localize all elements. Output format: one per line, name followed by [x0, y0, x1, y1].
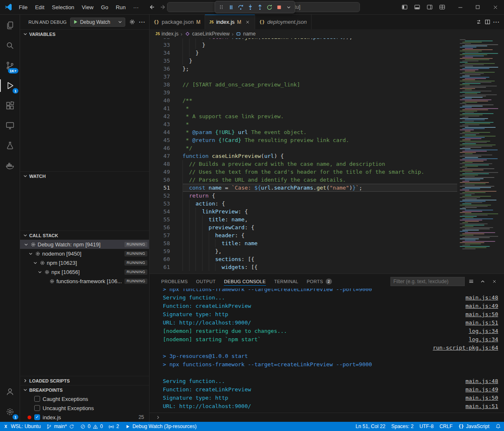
section-breakpoints[interactable]: BREAKPOINTS — [20, 385, 149, 394]
line-number[interactable]: 51 — [149, 184, 182, 192]
restart-button[interactable] — [265, 2, 274, 12]
code-line-33[interactable]: 33} — [149, 41, 457, 49]
code-line-40[interactable]: 40/** — [149, 96, 457, 104]
cursor-position[interactable]: Ln 51, Col 22 — [353, 422, 388, 431]
debug-console-input[interactable] — [149, 413, 504, 422]
breakpoint-checkbox[interactable] — [34, 405, 40, 411]
code-text[interactable]: * — [182, 104, 457, 112]
session-picker-button[interactable] — [284, 2, 293, 12]
step-over-button[interactable] — [236, 2, 245, 12]
line-number[interactable]: 58 — [149, 239, 182, 247]
language-mode[interactable]: {}JavaScript — [456, 422, 492, 431]
panel-tab-problems[interactable]: PROBLEMS — [157, 274, 192, 289]
call-stack-session[interactable]: npm [10623]RUNNING — [20, 258, 149, 267]
more-actions-icon[interactable]: ··· — [493, 19, 500, 25]
go-back-icon[interactable] — [148, 4, 155, 10]
line-number[interactable]: 56 — [149, 223, 182, 231]
code-line-41[interactable]: 41 * — [149, 104, 457, 112]
code-line-43[interactable]: 43 * — [149, 120, 457, 128]
encoding[interactable]: UTF-8 — [416, 422, 436, 431]
code-text[interactable]: }; — [182, 65, 457, 73]
line-number[interactable]: 34 — [149, 49, 182, 57]
code-line-48[interactable]: 48// Builds a preview card with the case… — [149, 160, 457, 168]
breakpoint-item[interactable]: Uncaught Exceptions — [20, 403, 149, 413]
code-line-37[interactable]: 37 — [149, 73, 457, 81]
remote-indicator[interactable]: WSL: Ubuntu — [0, 422, 43, 431]
console-source-link[interactable]: run-script-pkg.js:64 — [433, 344, 498, 352]
activity-docker-icon[interactable] — [0, 156, 20, 176]
line-number[interactable]: 39 — [149, 89, 182, 96]
console-filter-input[interactable] — [391, 279, 464, 284]
activity-explorer-icon[interactable] — [0, 15, 20, 35]
console-source-link[interactable]: main.js:49 — [466, 385, 498, 394]
menu-view[interactable]: View — [78, 0, 97, 14]
debug-console-output[interactable]: > npx functions-framework --target=creat… — [149, 289, 504, 413]
code-text[interactable]: title: name, — [182, 216, 457, 223]
code-text[interactable]: linkPreview: { — [182, 208, 457, 216]
breadcrumb-item[interactable]: name — [236, 31, 256, 37]
code-text[interactable]: // Parses the URL and identify the case … — [182, 176, 457, 184]
code-text[interactable]: function caseLinkPreview(url) { — [182, 152, 457, 160]
code-line-36[interactable]: 36}; — [149, 65, 457, 73]
breakpoint-item[interactable]: ✓index.js25 — [20, 413, 149, 422]
line-number[interactable]: 36 — [149, 65, 182, 73]
console-source-link[interactable]: main.js:48 — [466, 377, 498, 385]
code-line-61[interactable]: 61widgets: [{ — [149, 263, 457, 271]
code-line-59[interactable]: 59}, — [149, 247, 457, 255]
code-line-58[interactable]: 58title: name — [149, 239, 457, 247]
code-line-50[interactable]: 50// Parses the URL and identify the cas… — [149, 176, 457, 184]
activity-testing-icon[interactable] — [0, 136, 20, 156]
code-text[interactable]: return { — [182, 192, 457, 200]
line-number[interactable]: 57 — [149, 231, 182, 239]
split-editor-icon[interactable] — [484, 19, 491, 25]
code-line-57[interactable]: 57header: { — [149, 231, 457, 239]
maximize-panel-icon[interactable] — [477, 276, 488, 287]
panel-tab-ports[interactable]: PORTS2 — [302, 274, 336, 289]
call-stack-session[interactable]: nodemon [9450]RUNNING — [20, 249, 149, 258]
close-panel-icon[interactable] — [489, 276, 500, 287]
code-text[interactable]: title: name — [182, 239, 457, 247]
call-stack-session[interactable]: npx [10656]RUNNING — [20, 267, 149, 276]
step-into-button[interactable] — [246, 2, 255, 12]
console-source-link[interactable]: main.js:49 — [466, 302, 498, 310]
call-stack-session[interactable]: Debug Watch: npm [9419]RUNNING — [20, 240, 149, 249]
console-source-link[interactable]: main.js:50 — [466, 394, 498, 402]
section-watch[interactable]: WATCH — [20, 171, 149, 180]
activity-accounts-icon[interactable] — [0, 382, 20, 402]
minimap[interactable] — [460, 39, 498, 274]
notifications[interactable] — [492, 422, 504, 431]
code-editor[interactable]: 32return res.json(caseLinkPreview(parsed… — [149, 38, 504, 274]
activity-settings-icon[interactable]: 1 — [0, 402, 20, 422]
customize-layout-icon[interactable] — [436, 1, 448, 13]
branch-status[interactable]: main* — [43, 422, 77, 431]
breakpoint-checkbox[interactable]: ✓ — [34, 414, 40, 420]
code-line-46[interactable]: 46 */ — [149, 144, 457, 152]
section-loaded-scripts[interactable]: LOADED SCRIPTS — [20, 376, 149, 385]
code-line-35[interactable]: 35} — [149, 57, 457, 65]
code-text[interactable]: widgets: [{ — [182, 263, 457, 271]
code-text[interactable] — [182, 73, 457, 81]
menu-file[interactable]: File — [15, 0, 31, 14]
indentation[interactable]: Spaces: 2 — [388, 422, 416, 431]
code-text[interactable]: } — [182, 57, 457, 65]
code-text[interactable]: // [START add_ons_case_preview_link] — [182, 81, 457, 89]
editor-tab-index.js[interactable]: JSindex.jsM — [205, 15, 255, 29]
code-line-51[interactable]: 51const name = `Case: ${url.searchParams… — [149, 184, 457, 192]
line-number[interactable]: 47 — [149, 152, 182, 160]
line-number[interactable]: 46 — [149, 144, 182, 152]
line-number[interactable]: 41 — [149, 104, 182, 112]
toggle-panel-icon[interactable] — [411, 1, 423, 13]
section-variables[interactable]: VARIABLES — [20, 29, 149, 38]
code-line-55[interactable]: 55title: name, — [149, 216, 457, 223]
problems-status[interactable]: 00 — [77, 422, 106, 431]
toggle-primary-sidebar-icon[interactable] — [399, 1, 410, 13]
code-text[interactable] — [182, 89, 457, 96]
open-changes-icon[interactable] — [476, 19, 482, 25]
console-source-link[interactable]: log.js:34 — [469, 327, 498, 335]
code-line-53[interactable]: 53action: { — [149, 200, 457, 208]
code-line-49[interactable]: 49// Uses the text from the card's heade… — [149, 168, 457, 176]
call-stack-session[interactable]: functions-framework [106...RUNNING — [20, 276, 149, 286]
line-number[interactable]: 38 — [149, 81, 182, 89]
breadcrumb-item[interactable]: caseLinkPreview — [185, 31, 230, 37]
clear-console-icon[interactable] — [466, 276, 476, 287]
